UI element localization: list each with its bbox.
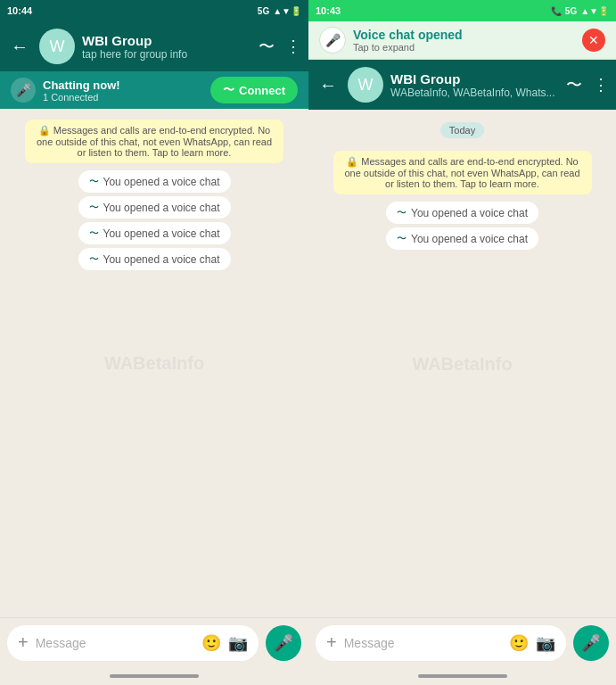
status-icons-right: 📞 5G ▲▼🔋 [551,6,609,16]
system-msg-2: 〜 You opened a voice chat [78,196,231,219]
back-button-right[interactable]: ← [316,71,341,99]
system-msg-1: 〜 You opened a voice chat [78,170,231,193]
system-msg-text-3: You opened a voice chat [103,227,220,240]
system-msg-3: 〜 You opened a voice chat [78,222,231,244]
voice-banner-text: Chatting now! 1 Connected [43,78,120,103]
voice-icon-1: 〜 [89,175,99,188]
battery-icon-right: ▲▼🔋 [580,6,609,16]
watermark-left: WABetaInfo [104,353,204,374]
emoji-icon-right[interactable]: 🙂 [509,633,529,653]
connect-label: Connect [239,84,285,97]
group-name-left: WBI Group [82,33,251,48]
message-placeholder-right[interactable]: Message [344,636,502,650]
avatar-left: W [39,29,75,64]
header-info-left[interactable]: WBI Group tap here for group info [82,33,251,61]
header-right: ← W WBI Group WABetaInfo, WABetaInfo, Wh… [308,60,616,110]
time-right: 10:43 [316,5,341,16]
home-indicator-right [308,667,616,685]
system-msg-text-right-1: You opened a voice chat [411,207,528,219]
home-indicator-left [0,667,308,685]
voice-icon-2: 〜 [89,201,99,214]
watermark-right: WABetaInfo [412,353,512,374]
mic-button-left[interactable]: 🎤 [266,625,301,661]
voice-icon-4: 〜 [89,252,99,266]
emoji-icon-left[interactable]: 🙂 [201,633,221,653]
header-left: ← W WBI Group tap here for group info 〜 … [0,21,308,71]
voice-icon-3: 〜 [89,227,99,240]
chatting-now-label: Chatting now! [43,78,120,92]
bottom-bar-left: + Message 🙂 📷 🎤 [0,617,308,667]
message-input-right[interactable]: + Message 🙂 📷 [316,625,566,661]
left-chat-panel: 10:44 5G ▲▼🔋 ← W WBI Group tap here for … [0,0,308,685]
voice-popup-subtitle: Tap to expand [353,42,575,53]
connect-button[interactable]: 〜 Connect [210,77,298,103]
home-bar-right [418,674,507,678]
voice-icon-right-2: 〜 [397,232,407,245]
system-msg-right-2: 〜 You opened a voice chat [386,227,538,250]
voice-popup-title: Voice chat opened [353,28,575,42]
today-label: Today [440,122,484,138]
menu-icon-right[interactable]: ⋮ [593,75,609,95]
signal-icon-right: 5G [565,6,577,16]
add-icon-right[interactable]: + [326,632,337,653]
group-subtitle-left: tap here for group info [82,48,251,61]
bottom-bar-right: + Message 🙂 📷 🎤 [308,617,616,667]
system-msg-right-1: 〜 You opened a voice chat [386,202,538,224]
time-left: 10:44 [7,5,32,16]
group-name-right: WBI Group [390,71,559,87]
camera-icon-left[interactable]: 📷 [228,633,248,653]
system-msg-4: 〜 You opened a voice chat [78,248,231,270]
encryption-notice-left: 🔒 Messages and calls are end-to-end encr… [25,120,283,163]
call-indicator-icon: 📞 [551,6,562,16]
home-bar-left [110,674,199,678]
system-msg-text-4: You opened a voice chat [103,253,220,266]
status-bar-right: 10:43 📞 5G ▲▼🔋 [308,0,616,21]
status-bar-left: 10:44 5G ▲▼🔋 [0,0,308,21]
message-input-left[interactable]: + Message 🙂 📷 [7,625,259,661]
group-subtitle-right: WABetaInfo, WABetaInfo, Whats... [390,87,559,99]
mic-green-icon: 🎤 [319,27,346,54]
header-actions-right: 〜 ⋮ [566,74,609,95]
back-button-left[interactable]: ← [7,33,32,61]
voice-icon-right-1: 〜 [397,206,407,219]
system-msg-text-right-2: You opened a voice chat [411,233,528,245]
header-actions-left: 〜 ⋮ [259,36,301,57]
message-placeholder-left[interactable]: Message [36,636,194,650]
voice-opened-popup[interactable]: 🎤 Voice chat opened Tap to expand ✕ [308,21,616,60]
battery-icon: ▲▼🔋 [273,6,301,16]
signal-icon: 5G [258,6,269,16]
popup-close-button[interactable]: ✕ [582,29,605,52]
system-msg-text-2: You opened a voice chat [103,202,220,214]
chat-area-right: WABetaInfo Today 🔒 Messages and calls ar… [308,110,616,617]
voice-popup-text: Voice chat opened Tap to expand [353,28,575,53]
encryption-notice-right: 🔒 Messages and calls are end-to-end encr… [333,151,592,194]
system-msg-text-1: You opened a voice chat [103,176,220,188]
connect-waveform-icon: 〜 [223,82,234,98]
voice-banner-info: 🎤 Chatting now! 1 Connected [11,78,120,103]
menu-icon-left[interactable]: ⋮ [285,37,301,56]
chat-area-left: WABetaInfo 🔒 Messages and calls are end-… [0,109,308,617]
header-info-right[interactable]: WBI Group WABetaInfo, WABetaInfo, Whats.… [390,71,559,99]
right-chat-panel: 10:43 📞 5G ▲▼🔋 🎤 Voice chat opened Tap t… [308,0,616,685]
avatar-right: W [348,67,383,103]
mic-icon-banner: 🎤 [11,78,36,103]
connected-count: 1 Connected [43,92,120,103]
mic-button-right[interactable]: 🎤 [573,625,609,661]
camera-icon-right[interactable]: 📷 [536,633,555,653]
waveform-icon-left[interactable]: 〜 [259,36,275,57]
add-icon-left[interactable]: + [18,632,29,653]
status-icons-left: 5G ▲▼🔋 [258,6,301,16]
waveform-icon-right[interactable]: 〜 [566,74,582,95]
voice-banner-left[interactable]: 🎤 Chatting now! 1 Connected 〜 Connect [0,71,308,109]
